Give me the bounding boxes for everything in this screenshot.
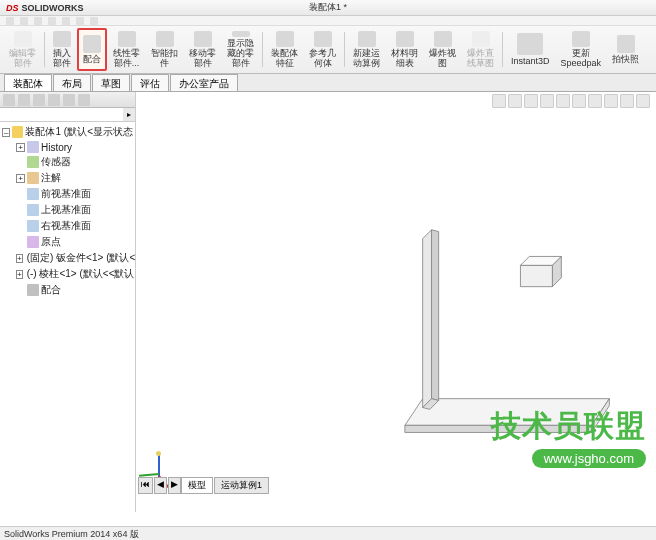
tree-node-label: (固定) 钣金件<1> (默认<<	[27, 251, 135, 265]
ribbon-button[interactable]: 线性零部件...	[108, 28, 145, 71]
plane-icon	[27, 220, 39, 232]
panel-tab-icon[interactable]	[3, 94, 15, 106]
qat-item[interactable]	[34, 17, 42, 25]
tab-layout[interactable]: 布局	[53, 74, 91, 91]
expand-icon[interactable]: –	[2, 128, 10, 137]
ribbon-button[interactable]: 配合	[77, 28, 107, 71]
ribbon-icon	[434, 31, 452, 47]
qat-item[interactable]	[20, 17, 28, 25]
ribbon-button[interactable]: 拍快照	[607, 28, 644, 71]
view-orient-icon[interactable]	[556, 94, 570, 108]
ribbon-toolbar: 编辑零部件插入部件配合线性零部件...智能扣件移动零部件显示隐藏的零部件装配体特…	[0, 26, 656, 74]
expand-icon[interactable]: +	[16, 270, 23, 279]
tab-nav-prev[interactable]: ◀	[154, 477, 167, 494]
tree-root[interactable]: – 装配体1 (默认<显示状态	[2, 124, 133, 140]
tab-nav-first[interactable]: ⏮	[138, 477, 153, 494]
zoom-fit-icon[interactable]	[492, 94, 506, 108]
ribbon-icon	[156, 31, 174, 47]
tree-node[interactable]: +(固定) 钣金件<1> (默认<<	[2, 250, 133, 266]
3d-viewport[interactable]: 技术员联盟 www.jsgho.com ⏮ ◀ ▶ ⏭ 模型 运动算例1	[136, 92, 656, 512]
ribbon-button[interactable]: 显示隐藏的零部件	[222, 28, 259, 71]
zoom-area-icon[interactable]	[508, 94, 522, 108]
display-style-icon[interactable]	[572, 94, 586, 108]
tree-node[interactable]: +(-) 棱柱<1> (默认<<默认>	[2, 266, 133, 282]
hide-show-icon[interactable]	[588, 94, 602, 108]
command-tabs: 装配体 布局 草图 评估 办公室产品	[0, 74, 656, 92]
ribbon-button[interactable]: 材料明细表	[386, 28, 423, 71]
ribbon-button[interactable]: 装配体特征	[266, 28, 303, 71]
qat-item[interactable]	[76, 17, 84, 25]
ribbon-button[interactable]: 插入部件	[48, 28, 76, 71]
tree-root-label: 装配体1 (默认<显示状态	[25, 125, 133, 139]
tree-filter-input[interactable]	[0, 108, 123, 121]
model-geometry	[136, 132, 656, 452]
ribbon-label: 编辑零部件	[9, 48, 36, 68]
tree-node-label: 传感器	[41, 155, 71, 169]
tab-assembly[interactable]: 装配体	[4, 74, 52, 91]
tree-node[interactable]: 配合	[2, 282, 133, 298]
tree-node-label: 配合	[41, 283, 61, 297]
ribbon-label: 移动零部件	[189, 48, 216, 68]
tree-node[interactable]: 上视基准面	[2, 202, 133, 218]
ribbon-icon	[83, 35, 101, 53]
expand-icon[interactable]: +	[16, 254, 23, 263]
ribbon-icon	[118, 31, 136, 47]
ribbon-button[interactable]: 更新Speedpak	[556, 28, 607, 71]
tab-nav-next[interactable]: ▶	[168, 477, 181, 494]
ribbon-icon	[232, 31, 250, 37]
tree-node[interactable]: 原点	[2, 234, 133, 250]
tree-node[interactable]: +History	[2, 140, 133, 154]
ribbon-icon	[276, 31, 294, 47]
tree-node[interactable]: 传感器	[2, 154, 133, 170]
ribbon-label: 爆炸视图	[429, 48, 456, 68]
section-view-icon[interactable]	[540, 94, 554, 108]
plane-icon	[27, 204, 39, 216]
ribbon-button[interactable]: 智能扣件	[146, 28, 183, 71]
qat-item[interactable]	[6, 17, 14, 25]
watermark: 技术员联盟 www.jsgho.com	[491, 406, 646, 468]
qat-item[interactable]	[90, 17, 98, 25]
prev-view-icon[interactable]	[524, 94, 538, 108]
tree-node[interactable]: +注解	[2, 170, 133, 186]
scene-icon[interactable]	[620, 94, 634, 108]
tree-node[interactable]: 前视基准面	[2, 186, 133, 202]
tree-node[interactable]: 右视基准面	[2, 218, 133, 234]
feature-tree: – 装配体1 (默认<显示状态 +History传感器+注解前视基准面上视基准面…	[0, 122, 135, 512]
annot-icon	[27, 172, 39, 184]
panel-tab-icon[interactable]	[33, 94, 45, 106]
sens-icon	[27, 156, 39, 168]
qat-item[interactable]	[62, 17, 70, 25]
motion-study-tab[interactable]: 运动算例1	[214, 477, 269, 494]
ribbon-label: 拍快照	[612, 54, 639, 64]
ribbon-button[interactable]: 爆炸视图	[424, 28, 461, 71]
ribbon-button[interactable]: 移动零部件	[184, 28, 221, 71]
ribbon-button: 编辑零部件	[4, 28, 41, 71]
panel-tab-icon[interactable]	[78, 94, 90, 106]
tab-evaluate[interactable]: 评估	[131, 74, 169, 91]
watermark-text: 技术员联盟	[491, 406, 646, 447]
watermark-url: www.jsgho.com	[532, 449, 646, 468]
tree-node-label: History	[41, 142, 72, 153]
ribbon-icon	[396, 31, 414, 47]
ribbon-button[interactable]: Instant3D	[506, 28, 555, 71]
ribbon-button[interactable]: 参考几何体	[304, 28, 341, 71]
ribbon-icon	[53, 31, 71, 47]
expand-icon[interactable]: +	[16, 174, 25, 183]
tree-node-label: 前视基准面	[41, 187, 91, 201]
qat-item[interactable]	[48, 17, 56, 25]
hist-icon	[27, 141, 39, 153]
tree-filter-dropdown[interactable]: ▸	[123, 108, 135, 121]
expand-icon[interactable]: +	[16, 143, 25, 152]
panel-tab-icon[interactable]	[18, 94, 30, 106]
model-tab[interactable]: 模型	[181, 477, 213, 494]
tab-office[interactable]: 办公室产品	[170, 74, 238, 91]
panel-tab-icon[interactable]	[63, 94, 75, 106]
panel-tab-icon[interactable]	[48, 94, 60, 106]
view-settings-icon[interactable]	[636, 94, 650, 108]
status-bar: SolidWorks Premium 2014 x64 版	[0, 526, 656, 540]
assembly-icon	[12, 126, 23, 138]
tab-sketch[interactable]: 草图	[92, 74, 130, 91]
ribbon-button[interactable]: 新建运动算例	[348, 28, 385, 71]
titlebar: DSSOLIDWORKS 装配体1 *	[0, 0, 656, 16]
appearance-icon[interactable]	[604, 94, 618, 108]
